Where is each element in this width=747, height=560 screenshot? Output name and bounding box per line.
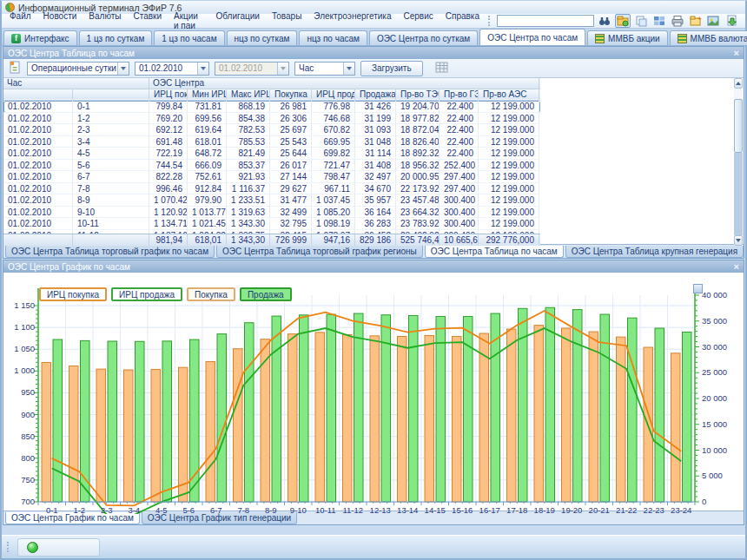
column-header[interactable]: Продажа [355, 89, 396, 100]
column-header[interactable]: ИРЦ поку... [149, 89, 188, 100]
bar-prodazha [545, 307, 555, 502]
subtab[interactable]: ОЭС Центра Таблица крупная генерация [565, 246, 744, 258]
bar-prodazha [53, 339, 63, 502]
legend-item[interactable]: Покупка [187, 287, 235, 301]
legend-item[interactable]: Продажа [240, 287, 292, 301]
chart-panel-header: ОЭС Центра График по часам × [3, 260, 744, 273]
interval-select[interactable]: Час [294, 62, 355, 76]
cell-hour: 3-4 [73, 136, 149, 148]
table-row[interactable]: 01.02.20107-8996.46912.841 116.3729 6279… [3, 183, 540, 195]
x-axis-label: 4-5 [155, 505, 168, 514]
statusbar-grip[interactable] [7, 542, 10, 552]
report-icon [9, 61, 22, 76]
subtab[interactable]: ОЭС Центра График по часам [5, 512, 140, 524]
table-row[interactable]: 01.02.20109-101 120.921 013.771 319.6332… [3, 207, 540, 219]
cell-value: 12 199.000 [479, 101, 539, 113]
workspace-tab[interactable]: ОЭС Центра по суткам [369, 30, 478, 45]
subtab[interactable]: ОЭС Центра График тип генерации [142, 512, 297, 524]
cell-hour: 10-11 [73, 218, 149, 230]
left-axis-label: 850 [21, 432, 35, 441]
bar-pokupka [370, 336, 380, 502]
table-row[interactable]: 01.02.20105-6744.54666.09853.3726 017721… [3, 160, 540, 172]
table-row[interactable]: 01.02.201010-111 134.711 021.451 343.303… [3, 218, 540, 230]
column-header[interactable]: Покупка [270, 89, 312, 100]
import-data-icon[interactable] [724, 14, 740, 28]
scroll-up-icon[interactable] [734, 78, 743, 89]
image-export-icon[interactable] [706, 14, 722, 28]
column-header[interactable]: Пр-во ТЭС [396, 89, 440, 100]
search-input[interactable] [497, 15, 594, 27]
load-button[interactable]: Загрузить [360, 61, 423, 76]
column-header[interactable]: Мин ИРЦ [188, 89, 227, 100]
subtab[interactable]: ОЭС Центра Таблица торговый график по ча… [5, 246, 215, 258]
chevron-down-icon[interactable] [117, 63, 129, 75]
table-row[interactable]: 01.02.20100-1799.84731.81868.1926 981776… [3, 101, 540, 113]
cell-value: 12 199.000 [479, 207, 539, 219]
new-folder-icon[interactable]: + [688, 14, 704, 28]
chart-settings-icon[interactable] [693, 284, 703, 293]
table-panel-close-icon[interactable]: × [734, 48, 739, 58]
column-header-hour[interactable] [73, 89, 149, 100]
cell-value: 31 426 [355, 101, 396, 113]
cell-value: 26 017 [270, 160, 312, 172]
date-from-field[interactable]: 01.02.2010 [135, 62, 209, 76]
find-icon[interactable] [597, 14, 612, 28]
cell-value: 34 670 [355, 183, 396, 195]
bar-pokupka [343, 335, 353, 502]
workspace-tab-label: ММВБ валюта [691, 34, 747, 43]
workspace-tab[interactable]: ММВБ валюта [670, 30, 747, 45]
chevron-down-icon[interactable] [343, 63, 354, 75]
legend-item[interactable]: ИРЦ продажа [111, 287, 182, 301]
legend-item[interactable]: ИРЦ покупка [39, 287, 107, 301]
workspace-icon[interactable] [615, 14, 631, 28]
scrollbar-thumb[interactable] [734, 99, 743, 153]
column-header[interactable]: Пр-во ГЭС [440, 89, 479, 100]
group-header-hour[interactable]: Час [3, 78, 149, 89]
table-row[interactable]: 01.02.20104-5722.19648.72821.4925 644699… [3, 148, 540, 160]
print-icon[interactable] [670, 14, 685, 28]
table-row[interactable]: 01.02.20108-91 070.42979.901 233.5131 47… [3, 194, 540, 207]
subtab[interactable]: ОЭС Центра Таблица торговый график регио… [216, 246, 423, 258]
chart-panel-close-icon[interactable]: × [734, 261, 739, 272]
scroll-down-icon[interactable] [734, 235, 743, 246]
cell-value: 670.82 [312, 124, 355, 136]
column-header[interactable]: Пр-во АЭС [479, 89, 539, 100]
workspace-tab[interactable]: ОЭС Центра по часам [479, 29, 585, 45]
group-header-oes[interactable]: ОЭС Центра [149, 78, 539, 89]
x-axis-label: 1-2 [73, 505, 85, 514]
cell-value: 25 543 [270, 136, 312, 148]
table-row[interactable]: 01.02.20106-7822.28752.61921.9327 144798… [3, 171, 540, 183]
table-row[interactable]: 01.02.20102-3692.12619.64782.5325 697670… [3, 124, 540, 136]
cell-value: 32 795 [270, 218, 312, 230]
chevron-down-icon[interactable] [197, 63, 208, 75]
cell-value: 25 697 [270, 124, 312, 136]
subtab[interactable]: ОЭС Центра Таблица по часам [425, 246, 564, 258]
scrollbar-track[interactable] [734, 153, 743, 235]
left-axis-label: 750 [21, 475, 35, 484]
workspace-tab[interactable]: нцз по суткам [227, 30, 298, 45]
toolbar-grip[interactable] [488, 16, 492, 26]
copy-view-icon[interactable] [633, 14, 649, 28]
bar-pokupka [589, 332, 598, 502]
table-row[interactable]: 01.02.20103-4691.48618.01785.5325 543669… [3, 136, 540, 148]
column-header[interactable]: ИРЦ прод... [312, 89, 355, 100]
table-scrollbar[interactable] [734, 78, 743, 246]
data-grid: Час ОЭС Центра ИРЦ поку...Мин ИРЦМакс ИР… [3, 78, 744, 244]
workspace-tab[interactable]: ММВБ акции [587, 30, 668, 45]
tile-windows-icon[interactable] [651, 14, 667, 28]
workspace-tab[interactable]: нцз по часам [299, 30, 367, 45]
bar-pokupka [425, 335, 434, 502]
cell-value: 22.400 [440, 113, 479, 125]
cell-value: 1 037.45 [312, 194, 355, 207]
table-view-icon[interactable] [435, 62, 448, 75]
mode-select[interactable]: Операционные сутки [27, 62, 129, 76]
table-row[interactable]: 01.02.20101-2769.20699.56854.3826 306746… [3, 113, 540, 125]
workspace-tab[interactable]: 1 цз по часам [154, 30, 224, 45]
column-header[interactable]: Макс ИРЦ [227, 89, 270, 100]
x-axis-label: 23-24 [671, 505, 691, 514]
workspace-tab[interactable]: fИнтерфакс [3, 30, 77, 45]
summary-value: 947,16 [312, 234, 355, 246]
cell-value: 252.400 [440, 160, 479, 172]
workspace-tab[interactable]: 1 цз по суткам [79, 30, 153, 45]
column-header-date[interactable] [3, 89, 73, 100]
